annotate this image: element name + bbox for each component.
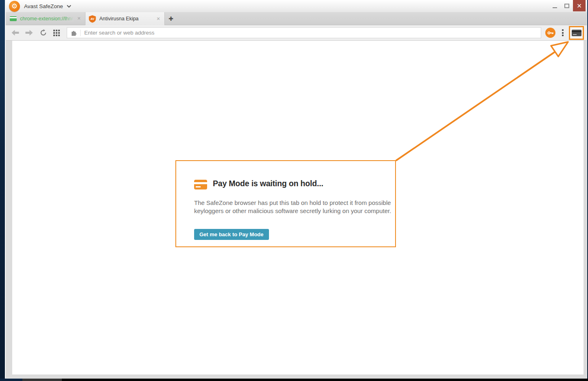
grid-icon: [53, 30, 60, 36]
navigation-toolbar: [6, 25, 587, 41]
forward-button[interactable]: [25, 30, 33, 36]
taskbar-sliver: [0, 379, 588, 381]
extension-puzzle-icon: [70, 29, 77, 36]
passwords-button[interactable]: [545, 28, 555, 38]
search-input[interactable]: [84, 30, 538, 36]
plus-icon: ✚: [168, 15, 173, 22]
tab-close-icon[interactable]: ✕: [76, 16, 82, 21]
gear-icon: ⚙: [11, 3, 17, 10]
refresh-icon: [40, 29, 47, 36]
close-icon: ×: [577, 2, 582, 10]
taskbar-segment: [22, 379, 62, 381]
menu-button[interactable]: [561, 28, 565, 38]
avast-shield-favicon-icon: AV: [89, 15, 96, 23]
address-bar[interactable]: [67, 27, 541, 38]
taskbar-bar: [62, 379, 588, 381]
maximize-button[interactable]: [561, 0, 573, 11]
get-back-to-pay-mode-button[interactable]: Get me back to Pay Mode: [194, 229, 269, 240]
dialog-body-text: The SafeZone browser has put this tab on…: [194, 199, 393, 215]
back-arrow-icon: [11, 30, 19, 36]
search-separator: [80, 30, 81, 36]
tab-bar: chrome-extension://lhnno ✕ AV Antivirusn…: [6, 12, 587, 25]
label-fade: [65, 16, 74, 22]
svg-text:AV: AV: [90, 17, 94, 20]
close-button[interactable]: ×: [573, 0, 586, 11]
pay-mode-hold-dialog: Pay Mode is waiting on hold... The SafeZ…: [175, 160, 396, 247]
tab-label: chrome-extension://lhnno: [20, 16, 74, 22]
key-icon: [547, 31, 553, 35]
avast-safezone-logo-icon: ⚙: [9, 1, 20, 12]
title-bar: ⚙ Avast SafeZone ×: [6, 0, 587, 12]
tab-chrome-extension[interactable]: chrome-extension://lhnno ✕: [7, 12, 85, 25]
tab-label: Antivirusna Ekipa: [99, 16, 153, 22]
window-controls: ×: [549, 0, 586, 11]
maximize-icon: [564, 4, 569, 8]
new-tab-button[interactable]: ✚: [165, 12, 177, 25]
app-title: Avast SafeZone: [24, 3, 63, 9]
minimize-button[interactable]: [549, 0, 561, 11]
credit-card-icon: [572, 30, 581, 36]
dot: [562, 29, 564, 31]
orange-credit-card-icon: [194, 180, 207, 189]
minimize-icon: [553, 7, 557, 8]
refresh-button[interactable]: [40, 29, 47, 36]
dialog-title: Pay Mode is waiting on hold...: [213, 179, 323, 188]
tab-antivirusna-ekipa[interactable]: AV Antivirusna Ekipa ✕: [85, 12, 165, 25]
chevron-down-icon[interactable]: [67, 5, 71, 8]
dot: [562, 32, 564, 34]
back-button[interactable]: [11, 30, 19, 36]
dot: [562, 35, 564, 36]
tab-close-icon[interactable]: ✕: [155, 16, 161, 22]
apps-grid-button[interactable]: [53, 30, 60, 36]
pay-mode-toolbar-button[interactable]: [569, 26, 584, 40]
desktop-background: ⚙ Avast SafeZone × chrome-extension://lh…: [0, 0, 588, 381]
forward-arrow-icon: [25, 30, 33, 36]
green-card-favicon-icon: [10, 16, 17, 21]
